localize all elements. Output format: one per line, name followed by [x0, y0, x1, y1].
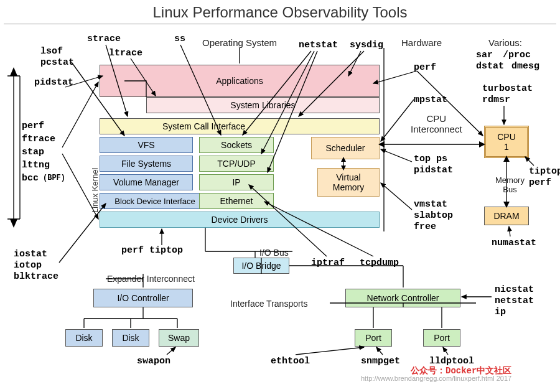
box-port-1: Port	[355, 329, 392, 347]
tool-mpstat: mpstat	[414, 95, 447, 105]
tool-pidstat: pidstat	[34, 77, 73, 88]
diagram-stage: Operating System Hardware Various: CPU I…	[0, 26, 560, 392]
tool-swapon: swapon	[137, 356, 170, 366]
box-volume-manager: Volume Manager	[100, 174, 193, 190]
box-block-device-interface: Block Device Interface	[100, 193, 210, 209]
label-memory-bus: Memory Bus	[495, 175, 525, 194]
tool-ip: ip	[495, 307, 506, 317]
label-hardware: Hardware	[401, 37, 442, 48]
box-device-drivers: Device Drivers	[100, 212, 380, 228]
box-ip: IP	[199, 174, 274, 190]
box-tcp-udp: TCP/UDP	[199, 156, 274, 172]
tool-perf: perf	[414, 62, 436, 73]
tool-netstat-2: netstat	[495, 296, 534, 306]
box-io-bridge: I/O Bridge	[233, 258, 289, 274]
box-dram: DRAM	[484, 207, 529, 225]
tool-dmesg: dmesg	[511, 61, 539, 72]
tool-turbostat: turbostat	[482, 83, 533, 94]
box-cpu: CPU 1	[484, 126, 529, 158]
tool-rdmsr: rdmsr	[482, 95, 510, 105]
tool-snmpget: snmpget	[361, 356, 400, 366]
tool-top-ps: top ps	[414, 154, 447, 164]
tool-perf-2: perf	[529, 177, 551, 188]
tool-iostat: iostat	[14, 249, 47, 259]
tool-iptraf: iptraf	[311, 258, 345, 268]
box-disk-1: Disk	[65, 329, 103, 347]
label-io-bus: I/O Bus	[259, 248, 289, 258]
tool-numastat: numastat	[492, 238, 536, 248]
tool-netstat: netstat	[299, 40, 338, 50]
tool-slabtop: slabtop	[414, 210, 453, 221]
box-swap: Swap	[159, 329, 199, 347]
box-io-controller: I/O Controller	[93, 289, 193, 307]
tool-pcstat: pcstat	[40, 57, 74, 68]
box-port-2: Port	[423, 329, 460, 347]
tool-pidstat-2: pidstat	[414, 165, 453, 175]
label-linux-kernel: Linux Kernel	[90, 168, 100, 213]
tool-dstat: dstat	[476, 61, 504, 72]
divider	[4, 24, 556, 24]
box-file-systems: File Systems	[100, 156, 193, 172]
box-sockets: Sockets	[199, 137, 274, 153]
label-various: Various:	[488, 37, 522, 48]
box-ethernet: Ethernet	[199, 193, 274, 209]
box-virtual-memory: Virtual Memory	[317, 168, 380, 197]
tool-ethtool: ethtool	[271, 356, 310, 366]
tool-blktrace: blktrace	[14, 271, 58, 282]
tool-free: free	[414, 222, 436, 232]
box-system-call-interface: System Call Interface	[100, 118, 380, 134]
box-vfs: VFS	[100, 137, 193, 153]
tool-sysdig: sysdig	[350, 40, 383, 50]
watermark: 公众号：Docker中文社区	[411, 365, 511, 376]
label-expander: Expander Interconnect	[107, 274, 195, 284]
tool-strace: strace	[87, 34, 121, 44]
box-scheduler: Scheduler	[311, 137, 380, 159]
box-disk-2: Disk	[112, 329, 149, 347]
box-system-libraries: System Libraries	[146, 97, 380, 113]
label-os: Operating System	[202, 37, 277, 48]
tool-sar: sar	[476, 50, 493, 60]
tool-perf-tiptop: perf tiptop	[121, 245, 183, 256]
box-applications: Applications	[100, 65, 380, 97]
tool-ss: ss	[174, 34, 185, 44]
tool-tiptop: tiptop	[529, 166, 560, 177]
tool-bcc-bpf: (BPF)	[43, 174, 65, 182]
tool-ltrace: ltrace	[109, 48, 142, 58]
label-cpu-interconnect: CPU Interconnect	[411, 113, 462, 134]
tool-tcpdump: tcpdump	[360, 258, 399, 268]
label-iface-transports: Interface Transports	[230, 299, 308, 309]
tool-iotop: iotop	[14, 260, 42, 271]
tool-lsof: lsof	[40, 46, 63, 57]
page-title: Linux Performance Observability Tools	[0, 0, 560, 24]
tool-vmstat: vmstat	[414, 199, 447, 210]
tool-proc: /proc	[503, 50, 531, 60]
box-network-controller: Network Controller	[345, 289, 460, 307]
tool-nicstat: nicstat	[495, 284, 534, 295]
